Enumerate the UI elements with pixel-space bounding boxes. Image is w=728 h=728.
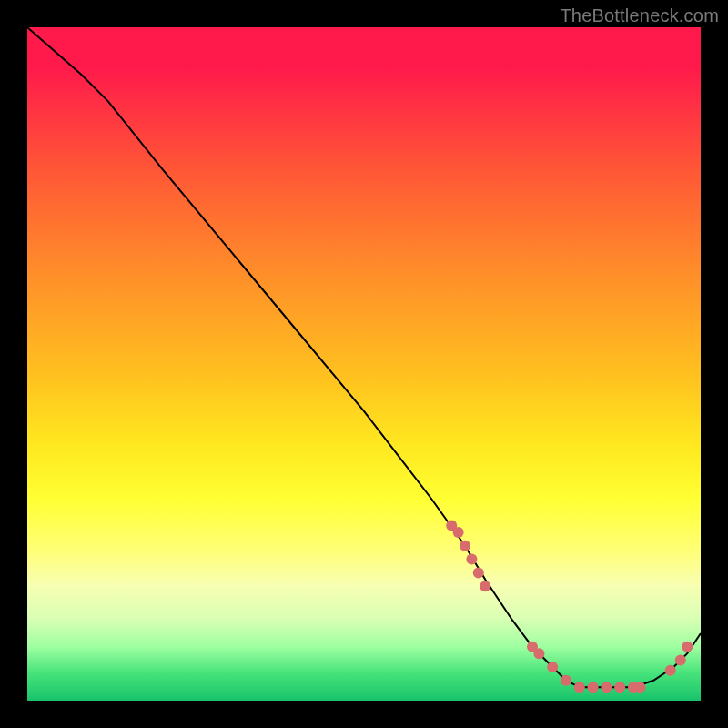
data-point xyxy=(614,682,625,693)
data-point xyxy=(588,682,599,693)
data-point xyxy=(561,675,571,686)
data-point xyxy=(675,655,686,666)
plot-area xyxy=(27,27,701,701)
curve-svg xyxy=(27,27,701,701)
highlighted-points-group xyxy=(446,521,693,693)
data-point xyxy=(574,682,585,693)
data-point xyxy=(533,648,544,659)
data-point xyxy=(460,541,470,551)
data-point xyxy=(634,682,645,693)
data-point xyxy=(547,662,558,672)
data-point xyxy=(601,682,612,693)
data-point xyxy=(682,642,693,652)
chart-frame: TheBottleneck.com xyxy=(0,0,728,728)
data-point xyxy=(466,554,477,565)
bottleneck-curve xyxy=(27,27,701,687)
data-point xyxy=(453,527,464,538)
data-point xyxy=(473,567,484,578)
data-point xyxy=(665,665,676,676)
watermark-text: TheBottleneck.com xyxy=(560,5,719,26)
data-point xyxy=(480,581,490,592)
